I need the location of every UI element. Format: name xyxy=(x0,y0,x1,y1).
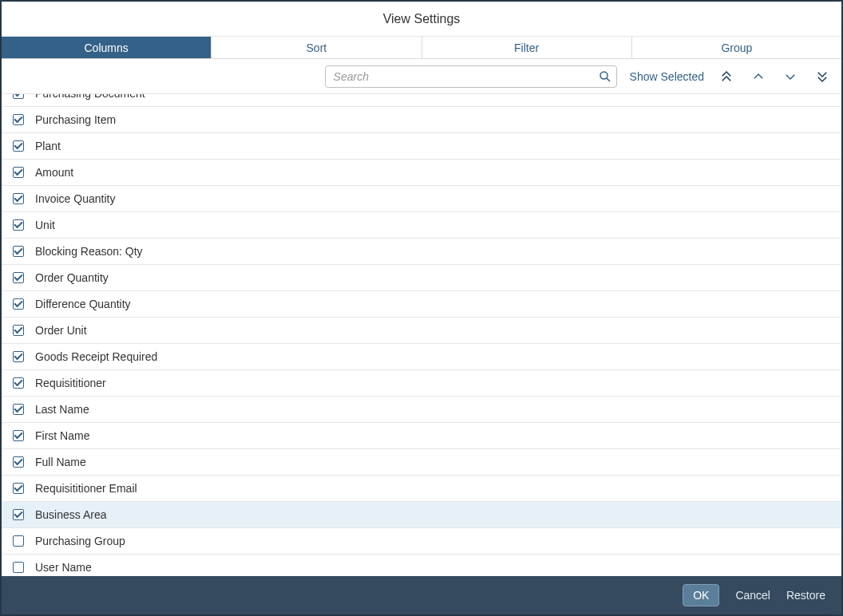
column-label: Order Quantity xyxy=(35,271,109,284)
move-top-icon[interactable] xyxy=(717,67,736,86)
column-row[interactable]: Purchasing Item xyxy=(2,107,841,133)
column-row[interactable]: Blocking Reason: Qty xyxy=(2,239,841,265)
columns-toolbar: Show Selected xyxy=(2,59,841,94)
column-checkbox[interactable] xyxy=(13,94,24,99)
column-checkbox[interactable] xyxy=(13,167,24,178)
column-row[interactable]: Order Unit xyxy=(2,318,841,344)
search-icon[interactable] xyxy=(598,69,612,84)
column-row[interactable]: User Name xyxy=(2,555,841,576)
column-label: First Name xyxy=(35,429,89,442)
column-label: Blocking Reason: Qty xyxy=(35,245,143,258)
column-label: Purchasing Document xyxy=(35,94,145,100)
column-row[interactable]: Unit xyxy=(2,212,841,239)
tab-sort[interactable]: Sort xyxy=(212,37,422,58)
column-checkbox[interactable] xyxy=(13,404,24,415)
column-row[interactable]: Requisititioner Email xyxy=(2,476,841,502)
column-row[interactable]: Goods Receipt Required xyxy=(2,344,841,370)
column-label: Full Name xyxy=(35,456,86,468)
column-label: Purchasing Item xyxy=(35,113,116,126)
column-checkbox[interactable] xyxy=(13,140,24,152)
column-checkbox[interactable] xyxy=(13,483,24,494)
column-row[interactable]: Business Area xyxy=(2,502,841,528)
column-label: Requisititioner Email xyxy=(35,482,137,495)
column-checkbox[interactable] xyxy=(13,114,24,125)
column-label: Invoice Quantity xyxy=(35,192,115,205)
column-row[interactable]: Order Quantity xyxy=(2,265,841,291)
restore-button[interactable]: Restore xyxy=(786,589,825,602)
move-up-icon[interactable] xyxy=(749,67,768,86)
ok-button[interactable]: OK xyxy=(683,584,719,606)
column-label: Requisititioner xyxy=(35,377,106,389)
column-label: Difference Quantity xyxy=(35,298,131,310)
column-row[interactable]: Amount xyxy=(2,160,841,186)
column-row[interactable]: Full Name xyxy=(2,449,841,476)
column-row[interactable]: Purchasing Group xyxy=(2,528,841,555)
cancel-button[interactable]: Cancel xyxy=(735,589,770,602)
column-checkbox[interactable] xyxy=(13,377,24,389)
svg-line-1 xyxy=(606,77,609,81)
dialog-footer: OK Cancel Restore xyxy=(2,576,841,614)
column-label: Unit xyxy=(35,219,55,231)
view-settings-dialog: View Settings ColumnsSortFilterGroup Sho… xyxy=(2,2,841,614)
column-checkbox[interactable] xyxy=(13,298,24,310)
column-checkbox[interactable] xyxy=(13,219,24,231)
column-label: Business Area xyxy=(35,508,107,521)
column-checkbox[interactable] xyxy=(13,325,24,336)
column-label: Amount xyxy=(35,166,73,179)
column-row[interactable]: First Name xyxy=(2,423,841,449)
column-row[interactable]: Purchasing Document xyxy=(2,94,841,107)
show-selected-link[interactable]: Show Selected xyxy=(630,70,704,83)
columns-list[interactable]: Purchasing DocumentPurchasing ItemPlantA… xyxy=(2,94,841,576)
column-checkbox[interactable] xyxy=(13,246,24,257)
column-label: Plant xyxy=(35,140,61,152)
column-label: User Name xyxy=(35,561,92,574)
column-checkbox[interactable] xyxy=(13,535,24,547)
column-checkbox[interactable] xyxy=(13,272,24,283)
tab-columns[interactable]: Columns xyxy=(2,37,212,58)
column-label: Purchasing Group xyxy=(35,535,125,547)
search-field-wrap xyxy=(325,65,617,88)
column-checkbox[interactable] xyxy=(13,430,24,441)
column-label: Last Name xyxy=(35,403,89,416)
column-row[interactable]: Plant xyxy=(2,133,841,160)
column-row[interactable]: Requisititioner xyxy=(2,370,841,397)
search-input[interactable] xyxy=(325,65,617,88)
column-label: Order Unit xyxy=(35,324,87,337)
column-checkbox[interactable] xyxy=(13,456,24,468)
move-bottom-icon[interactable] xyxy=(813,67,832,86)
dialog-title: View Settings xyxy=(2,2,841,37)
move-down-icon[interactable] xyxy=(781,67,800,86)
column-checkbox[interactable] xyxy=(13,509,24,520)
tabs-bar: ColumnsSortFilterGroup xyxy=(2,37,841,59)
column-label: Goods Receipt Required xyxy=(35,350,157,363)
column-row[interactable]: Difference Quantity xyxy=(2,291,841,318)
column-checkbox[interactable] xyxy=(13,351,24,362)
column-checkbox[interactable] xyxy=(13,562,24,573)
svg-point-0 xyxy=(600,72,608,79)
tab-group[interactable]: Group xyxy=(632,37,841,58)
tab-filter[interactable]: Filter xyxy=(422,37,632,58)
column-checkbox[interactable] xyxy=(13,193,24,204)
column-row[interactable]: Invoice Quantity xyxy=(2,186,841,212)
column-row[interactable]: Last Name xyxy=(2,397,841,423)
